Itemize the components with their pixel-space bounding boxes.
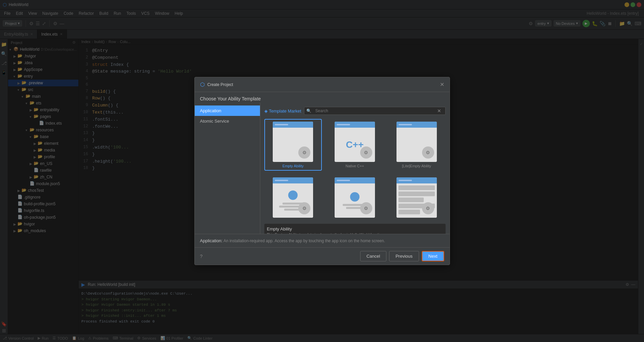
- modal-body: Application Atomic Service ◈ Template Ma…: [195, 103, 450, 234]
- modal-footer: ? Cancel Previous Next: [195, 247, 450, 265]
- next-button[interactable]: Next: [422, 251, 444, 261]
- modal-search-bar: ◈ Template Market 🔍 ✕: [264, 107, 446, 115]
- modal-sidebar: Application Atomic Service: [195, 103, 260, 234]
- modal-header: ⬡ Create Project ✕: [195, 77, 450, 92]
- template-preview-list-2: ⚙: [335, 177, 375, 218]
- selected-template-name: Empty Ability: [267, 226, 443, 231]
- modal-description-area: Application: An installation-required ap…: [195, 234, 450, 247]
- modal-desc-title: Application:: [200, 238, 223, 243]
- template-preview-lite: ⚙: [396, 122, 437, 162]
- modal-close-button[interactable]: ✕: [440, 81, 444, 88]
- selected-template-info: Empty Ability This Feature Ability templ…: [264, 224, 446, 234]
- search-input[interactable]: [313, 107, 435, 115]
- template-preview-list-3: ⚙: [396, 177, 437, 218]
- preview-gear-cpp: ⚙: [360, 146, 372, 159]
- modal-sidebar-atomic[interactable]: Atomic Service: [195, 116, 260, 126]
- create-project-modal: ⬡ Create Project ✕ Choose Your Ability T…: [194, 77, 450, 265]
- template-market-icon: ◈: [264, 109, 268, 114]
- modal-footer-actions: Cancel Previous Next: [360, 251, 444, 261]
- search-clear-button[interactable]: ✕: [435, 108, 443, 114]
- template-preview-empty: ⚙: [273, 122, 313, 162]
- template-label-empty: Empty Ability: [282, 164, 304, 168]
- modal-title: Create Project: [207, 82, 233, 87]
- search-icon-modal: 🔍: [306, 109, 311, 113]
- template-market-label: ◈ Template Market: [264, 109, 301, 114]
- template-card-native-cpp[interactable]: C++ ⚙ Native C++: [326, 119, 384, 171]
- previous-button[interactable]: Previous: [389, 251, 419, 261]
- cancel-button[interactable]: Cancel: [360, 251, 386, 261]
- template-grid: ⚙ Empty Ability C++: [264, 119, 446, 220]
- modal-description: Application: An installation-required ap…: [200, 238, 444, 243]
- modal-sidebar-application[interactable]: Application: [195, 105, 260, 116]
- template-label-lite: [Lite]Empty Ability: [402, 164, 431, 168]
- modal-desc-body: An installation-required app. Access the…: [223, 239, 385, 243]
- template-label-cpp: Native C++: [345, 164, 364, 168]
- modal-logo-icon: ⬡: [200, 81, 205, 88]
- template-card-empty-ability[interactable]: ⚙ Empty Ability: [264, 119, 322, 171]
- help-icon[interactable]: ?: [200, 254, 203, 259]
- template-card-list-2[interactable]: ⚙: [326, 175, 384, 220]
- modal-subtitle: Choose Your Ability Template: [195, 92, 450, 103]
- template-preview-list-1: ⚙: [273, 177, 313, 218]
- template-grid-wrapper: ⚙ Empty Ability C++: [264, 119, 446, 220]
- modal-overlay: ⬡ Create Project ✕ Choose Your Ability T…: [0, 0, 644, 342]
- modal-main-content: ◈ Template Market 🔍 ✕: [260, 103, 450, 234]
- template-card-lite-empty[interactable]: ⚙ [Lite]Empty Ability: [388, 119, 446, 171]
- template-card-list-3[interactable]: ⚙: [388, 175, 446, 220]
- preview-gear-lite: ⚙: [422, 146, 434, 159]
- preview-gear-list3: ⚙: [422, 202, 434, 214]
- template-preview-cpp: C++ ⚙: [335, 122, 375, 162]
- preview-gear-list2: ⚙: [360, 202, 372, 214]
- template-card-list-1[interactable]: ⚙: [264, 175, 322, 220]
